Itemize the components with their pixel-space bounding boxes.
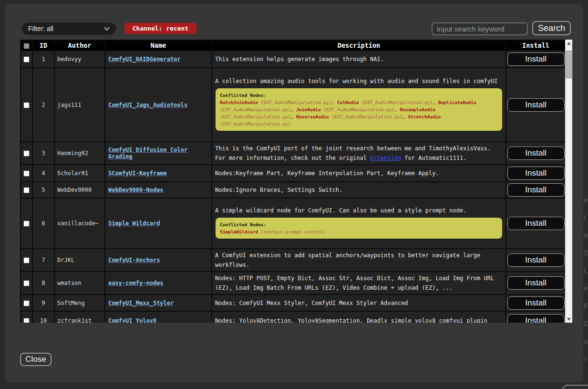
row-id: 8 [32,272,54,294]
table-row: 1 bedovyy ComfyUI_NAIDGenerator This ext… [21,51,565,68]
conflicted-nodes-box: Conflicted Nodes: BatchJoinAudio [EXT_Au… [216,88,502,131]
row-description: Nodes: Yolov8Detection, Yolov8Segmentati… [212,311,506,323]
conflicted-nodes-title: Conflicted Nodes: [220,92,498,99]
header-description: Description [212,40,506,51]
extension-name-link[interactable]: Simple Wildcard [108,220,160,227]
extension-external-link[interactable]: Extension [370,155,401,161]
background-ui-glyph: e [584,284,588,292]
background-ui-glyph: F [584,302,588,310]
scrollbar-thumb[interactable] [566,51,572,78]
description-text: A collection amazing audio tools for wor… [215,78,497,84]
install-button[interactable]: Install [507,147,565,160]
background-ui-glyph: u [584,337,588,345]
row-checkbox[interactable] [23,187,30,193]
row-author: WebDev9000 [54,182,105,198]
triangle-down-icon [567,318,571,321]
row-id: 2 [32,68,54,142]
background-ui-glyph: C [584,319,588,327]
row-id: 9 [32,294,54,311]
install-button[interactable]: Install [507,276,565,290]
close-button[interactable]: Close [20,353,52,366]
row-id: 7 [32,249,54,272]
background-ui-glyph: l [584,213,585,221]
extension-name-link[interactable]: ComfyUI-Anchors [108,257,160,263]
row-checkbox[interactable] [23,170,30,177]
install-button[interactable]: Install [507,314,565,323]
row-checkbox[interactable] [23,280,30,286]
table-row: 7 DrJKL ComfyUI-Anchors A ComfyUI extens… [21,249,565,272]
table-row: 10 zcfrank1st ComfyUI Yolov8 Nodes: Yolo… [21,311,565,323]
table-row: 6 vanillacode⋯ Simple Wildcard A simple … [21,198,565,249]
extension-name-link[interactable]: SComfyUI-Keyframe [108,170,167,177]
install-button[interactable]: Install [507,217,565,230]
row-id: 5 [32,182,54,198]
header-name: Name [105,40,212,51]
search-button[interactable]: Search [532,21,571,35]
row-description: This extension helps generate images thr… [212,51,506,68]
extensions-table: ID Author Name Description Install 1 bed… [20,40,565,323]
row-author: jags111 [54,68,105,142]
background-ui-glyph: e [584,196,588,204]
row-author: SoftMeng [54,294,105,311]
row-id: 3 [32,142,54,165]
row-description: Nodes:Ignore Braces, Settings Switch. [212,182,506,198]
description-text: A simple wildcard node for ComfyUI. Can … [215,207,466,214]
select-all-checkbox[interactable] [23,43,30,49]
row-description: A simple wildcard node for ComfyUI. Can … [212,198,506,249]
custom-nodes-manager-dialog: Filter: all Channel: recent Search ID Au… [5,4,583,382]
scrollbar-down-button[interactable] [565,315,572,323]
header-install: Install [506,40,565,51]
table-scrollbar [565,40,572,323]
conflicted-nodes-box: Conflicted Nodes: SimpleWildcard [comfyu… [216,218,502,239]
header-id: ID [32,40,54,51]
conflicted-nodes-list: BatchJoinAudio [EXT_AudioManipulation.py… [220,99,498,127]
header-author: Author [54,40,105,51]
conflicted-nodes-title: Conflicted Nodes: [220,221,498,228]
background-ui-sliver: elmSLeFCur [583,0,588,389]
row-author: Haoming02 [54,142,105,165]
row-checkbox[interactable] [23,257,30,263]
extension-name-link[interactable]: ComfyUI Diffusion Color Grading [108,147,187,160]
row-description: A ComfyUI extension to add spatial ancho… [212,249,506,272]
install-button[interactable]: Install [507,296,565,310]
scrollbar-up-button[interactable] [565,40,572,47]
install-button[interactable]: Install [507,53,565,66]
extension-name-link[interactable]: ComfyUI_Mexx_Styler [108,300,174,306]
table-row: 2 jags111 ComfyUI_Jags_Audiotools A coll… [21,68,565,142]
chevron-down-icon [104,27,110,31]
install-button[interactable]: Install [507,98,565,112]
background-button-sliver [563,385,588,389]
table-row: 4 Scholar01 SComfyUI-Keyframe Nodes:Keyf… [21,165,565,182]
row-author: DrJKL [54,249,105,272]
extension-name-link[interactable]: easy-comfy-nodes [108,280,164,286]
search-input[interactable] [432,22,528,35]
row-checkbox[interactable] [23,150,30,157]
conflicted-nodes-list: SimpleWildcard [comfyui-prompt-control] [220,228,498,235]
row-id: 6 [32,198,54,249]
row-id: 4 [32,165,54,182]
extension-name-link[interactable]: WebDev9000-Nodes [108,187,164,193]
channel-button[interactable]: Channel: recent [124,23,196,34]
background-ui-glyph: S [584,249,588,257]
triangle-up-icon [567,42,571,45]
background-ui-glyph: L [584,266,588,274]
row-checkbox[interactable] [23,102,30,108]
install-button[interactable]: Install [507,167,565,180]
install-button[interactable]: Install [507,253,565,267]
row-checkbox[interactable] [23,56,30,63]
row-description: Nodes: HTTP POST, Empty Dict, Assoc Str,… [212,272,506,294]
row-checkbox[interactable] [23,221,30,227]
row-checkbox[interactable] [23,300,30,306]
extension-name-link[interactable]: ComfyUI Yolov8 [108,317,156,323]
table-row: 5 WebDev9000 WebDev9000-Nodes Nodes:Igno… [21,182,565,198]
row-id: 10 [32,311,54,323]
row-description: Nodes: ComfyUI Mexx Styler, ComfyUI Mexx… [212,294,506,311]
row-author: wmatson [54,272,105,294]
row-description: This is the ComfyUI port of the joint re… [212,142,506,165]
row-checkbox[interactable] [23,318,30,323]
install-button[interactable]: Install [507,183,565,197]
extension-name-link[interactable]: ComfyUI_NAIDGenerator [108,56,181,63]
filter-select[interactable]: Filter: all [22,22,116,35]
extension-name-link[interactable]: ComfyUI_Jags_Audiotools [108,102,187,108]
row-description: Nodes:Keyframe Part, Keyframe Interpolat… [212,165,506,182]
